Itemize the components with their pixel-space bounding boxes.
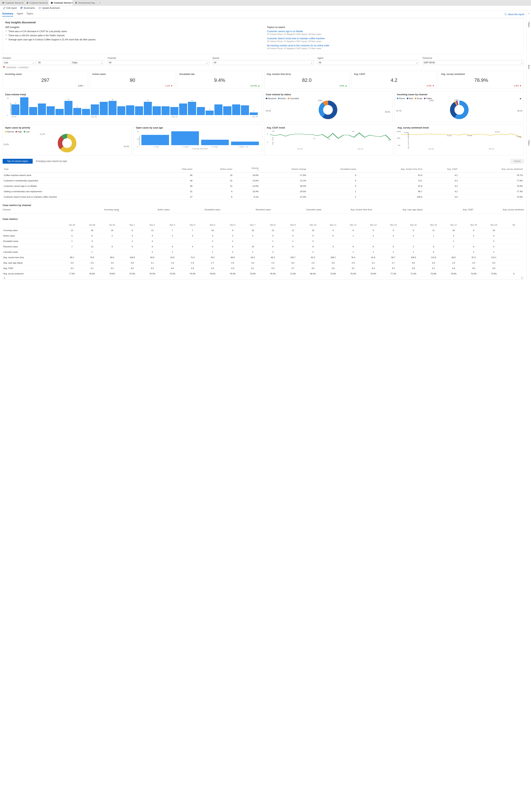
legend: ResolvedActiveCancelled — [266, 97, 390, 100]
filters-label-3[interactable]: Filters — [528, 140, 530, 146]
about-report-link[interactable]: About this report — [508, 13, 524, 16]
filters-rail[interactable]: « Filters ilters Filters — [527, 11, 531, 279]
date-range: 📅10/30/2022 - 11/28/2022 — [3, 66, 524, 69]
date-header[interactable]: No — [504, 222, 524, 228]
filters-label[interactable]: Filters — [528, 22, 530, 27]
date-header[interactable]: Nov 15 — [403, 222, 424, 228]
channel-label: Channel — [107, 57, 209, 59]
date-header[interactable]: Nov 10 — [303, 222, 323, 228]
edit-report-button[interactable]: Edit report — [3, 7, 17, 9]
tab-1[interactable]: ▦Customer Service A… — [24, 0, 48, 5]
col-header[interactable]: Volume▼ — [234, 165, 260, 173]
date-header[interactable]: Nov 6 — [223, 222, 243, 228]
date-header[interactable]: Nov 8 — [263, 222, 283, 228]
bar — [126, 105, 134, 115]
date-header[interactable]: Nov 9 — [283, 222, 303, 228]
topic-link-3[interactable]: No tracking number send to the customer … — [267, 44, 521, 47]
chevron-left-icon[interactable]: « — [528, 12, 529, 14]
new-tab-button[interactable]: ＋ — [97, 0, 103, 5]
col-header[interactable]: Active cases — [193, 165, 234, 173]
bar — [56, 109, 63, 115]
date-header[interactable]: Nov 3 — [162, 222, 182, 228]
date-header[interactable]: Nov 18 — [463, 222, 484, 228]
col-header[interactable]: Incoming cases▼ — [68, 208, 119, 212]
topic-link-2[interactable]: Customer doesn't know how to maintain co… — [267, 37, 521, 40]
col-header[interactable]: Total cases — [157, 165, 193, 173]
channel-section-title: Case metrics by channel — [3, 204, 524, 207]
date-header[interactable]: Nov 16 — [424, 222, 444, 228]
col-header[interactable]: Avg. survey sentiment — [459, 165, 524, 173]
col-header[interactable]: Avg. case age (days) — [372, 208, 423, 212]
duration-unit-select[interactable]: Days⌄ — [71, 60, 104, 65]
y-axis: 40200 — [137, 131, 139, 148]
tab-0[interactable]: ▦Customer Service A… — [0, 0, 24, 5]
queue-select[interactable]: All⌄ — [212, 60, 314, 65]
col-header[interactable]: Topic — [3, 165, 157, 173]
tab-summary[interactable]: Summary — [2, 12, 13, 16]
col-header[interactable]: Avg. CSAT — [424, 165, 459, 173]
duration-number-input[interactable]: 30 — [37, 60, 70, 65]
col-header[interactable]: Avg. survey sentiment — [473, 208, 524, 212]
date-header[interactable]: Nov 5 — [203, 222, 223, 228]
date-header[interactable]: Nov 11 — [323, 222, 343, 228]
bar: 15 — [188, 102, 196, 115]
kpi-value: 297 — [5, 77, 86, 83]
date-header[interactable]: Oct 30 — [82, 222, 102, 228]
tab-3[interactable]: ▦Omnichannel Ong… — [73, 0, 97, 5]
date-header[interactable]: Nov 4 — [182, 222, 203, 228]
top10-topics-button[interactable]: Top 10 volume topics — [3, 159, 33, 164]
chevron-down-icon: ⌄ — [206, 61, 208, 64]
bar: 3 — [250, 113, 258, 115]
info-icon: ⓘ — [504, 13, 507, 16]
agent-select[interactable]: All⌄ — [317, 60, 419, 65]
col-header[interactable]: Channel — [3, 208, 68, 212]
date-header[interactable]: Nov 1 — [122, 222, 142, 228]
emerging-topics-button[interactable]: Emerging case volume by topic — [36, 160, 67, 162]
date-header[interactable]: Nov 12 — [343, 222, 363, 228]
table-row[interactable]: Getting a membership card replacement314… — [3, 189, 524, 194]
filters-label-2[interactable]: ilters — [528, 65, 530, 69]
donut: 58.2%32.7%3.4%2.4% — [397, 100, 521, 120]
next-icon[interactable]: ▶ — [520, 98, 521, 100]
case-volume-trend-tile: Case volume trend Incoming cases 200 122… — [3, 91, 262, 122]
date-header[interactable]: Oct 31 — [102, 222, 122, 228]
date-header[interactable]: Nov 7 — [242, 222, 263, 228]
update-bookmark-button[interactable]: Update Bookmark — [38, 7, 60, 9]
details-button[interactable]: Details — [511, 159, 524, 163]
col-header[interactable]: Active cases — [119, 208, 169, 212]
col-header[interactable]: Avg. CSAT — [423, 208, 473, 212]
date-header[interactable]: Nov 19 — [484, 222, 504, 228]
date-header[interactable]: Nov 2 — [142, 222, 162, 228]
col-header[interactable]: Avg. resolve time (hrs) — [357, 165, 424, 173]
report-toolbar: Edit report Bookmarks Update Bookmark — [0, 5, 531, 11]
date-header[interactable]: Oct 29 — [62, 222, 82, 228]
tab-agent[interactable]: Agent — [17, 12, 23, 16]
col-header[interactable]: Avg. resolve time (hrs) — [322, 208, 372, 212]
channel-select[interactable]: All⌄ — [107, 60, 209, 65]
duration-mode-select[interactable]: Last⌄ — [3, 60, 36, 65]
metrics-section-title: Case metrics — [3, 218, 524, 220]
horizontal-scrollbar[interactable]: ❮❯ — [3, 276, 524, 279]
col-header[interactable]: Escalated cases — [307, 165, 357, 173]
bar — [241, 105, 249, 115]
col-header[interactable]: Canceled cases — [271, 208, 322, 212]
sentiment-trend-tile: Avg. survey sentiment trend Avg. survey … — [395, 125, 524, 156]
tab-topics[interactable]: Topics — [26, 12, 33, 16]
table-row: Avg. case age (days)3.32.92.54.02.11.92.… — [3, 260, 524, 266]
col-header[interactable]: Volume change — [260, 165, 307, 173]
table-row[interactable]: Customer's membership suspended401513.5%… — [3, 178, 524, 184]
table-row[interactable]: Customer cannot sign in on Mobile381212.… — [3, 184, 524, 189]
date-header[interactable]: Nov 13 — [363, 222, 383, 228]
kpi-value: 82.0 — [267, 77, 347, 83]
date-header[interactable]: Nov 17 — [444, 222, 464, 228]
tab-2-active[interactable]: ▦Customer Service historic…✕ — [48, 0, 73, 5]
table-row[interactable]: Customer doesn't know how to maintain co… — [3, 194, 524, 200]
col-header[interactable]: Escalated cases — [169, 208, 220, 212]
metrics-table-wrap[interactable]: Oct 29Oct 30Oct 31Nov 1Nov 2Nov 3Nov 4No… — [3, 222, 524, 276]
bookmarks-button[interactable]: Bookmarks — [20, 7, 35, 9]
topic-link-1[interactable]: Customer cannot sign in on Mobile — [267, 30, 521, 33]
date-header[interactable]: Nov 14 — [383, 222, 403, 228]
timezone-select[interactable]: GMT-08:00⌄ — [422, 60, 524, 65]
table-row[interactable]: Coffee machine doesn't work561818.9%-17.… — [3, 173, 524, 178]
col-header[interactable]: Resolved cases — [220, 208, 271, 212]
